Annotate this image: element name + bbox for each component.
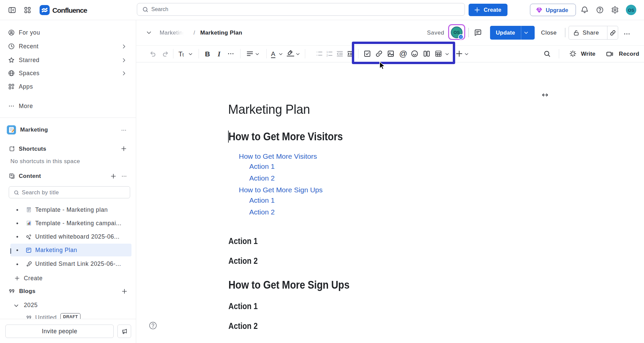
svg-text:1: 1 bbox=[326, 50, 328, 54]
svg-text:2: 2 bbox=[326, 54, 328, 57]
